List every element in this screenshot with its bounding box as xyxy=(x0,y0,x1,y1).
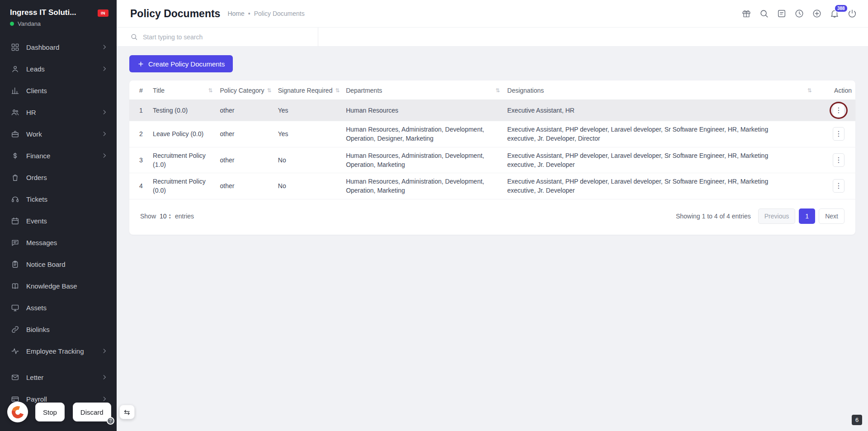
breadcrumb-home[interactable]: Home xyxy=(227,10,244,17)
search-icon xyxy=(130,33,138,41)
assets-icon xyxy=(11,303,19,312)
sidebar-item-tickets[interactable]: Tickets xyxy=(0,188,117,210)
cell-category: other xyxy=(216,100,274,121)
sidebar-item-finance[interactable]: Finance xyxy=(0,145,117,166)
chevron-right-icon xyxy=(101,131,108,137)
cell-title: Recruitment Policy (0.0) xyxy=(149,173,216,199)
cell-signature: No xyxy=(274,147,342,173)
row-actions-button[interactable]: ⋮ xyxy=(833,153,844,167)
table-row: 1Testing (0.0)otherYesHuman ResourcesExe… xyxy=(129,100,855,121)
sidebar-item-clients[interactable]: Clients xyxy=(0,80,117,101)
row-actions-button[interactable]: ⋮ xyxy=(833,179,844,193)
cell-designations: Executive Assistant, HR xyxy=(504,100,816,121)
cell-departments: Human Resources, Administration, Develop… xyxy=(342,121,504,147)
page-1-button[interactable]: 1 xyxy=(799,208,815,224)
power-icon[interactable] xyxy=(847,9,857,19)
topbar: Policy Documents Home • Policy Documents… xyxy=(117,0,868,28)
sort-icon[interactable]: ⇅ xyxy=(495,87,500,94)
entries-label: entries xyxy=(175,213,194,220)
column-header-signature-required[interactable]: Signature Required⇅ xyxy=(274,81,342,100)
sort-icon[interactable]: ⇅ xyxy=(807,87,812,94)
breadcrumb: Home • Policy Documents xyxy=(227,10,304,17)
row-actions-button[interactable]: ⋮ xyxy=(833,127,844,141)
sidebar-item-dashboard[interactable]: Dashboard xyxy=(0,36,117,58)
cell-designations: Executive Assistant, PHP developer, Lara… xyxy=(504,173,816,199)
sidebar-item-orders[interactable]: Orders xyxy=(0,166,117,188)
sidebar-item-messages[interactable]: Messages xyxy=(0,232,117,253)
cell-num: 2 xyxy=(129,121,149,147)
global-search-input[interactable] xyxy=(143,33,278,41)
table-footer: Show 10 ▲▼ entries Showing 1 to 4 of 4 e… xyxy=(129,199,855,235)
sort-icon[interactable]: ⇅ xyxy=(335,87,340,94)
main-content: Create Policy Documents #Title⇅Policy Ca… xyxy=(117,47,868,243)
notes-icon[interactable] xyxy=(777,9,787,19)
cell-signature: Yes xyxy=(274,121,342,147)
sidebar-item-letter[interactable]: Letter xyxy=(0,366,117,388)
page-size-select[interactable]: 10 ▲▼ xyxy=(160,213,171,220)
sidebar-item-knowledge-base[interactable]: Knowledge Base xyxy=(0,275,117,297)
create-policy-documents-button[interactable]: Create Policy Documents xyxy=(129,55,233,72)
cell-category: other xyxy=(216,121,274,147)
company-logo-badge: IN xyxy=(98,9,108,17)
table-row: 3Recruitment Policy (1.0)otherNoHuman Re… xyxy=(129,147,855,173)
leads-icon xyxy=(11,65,19,73)
row-actions-button[interactable]: ⋮ xyxy=(833,104,844,117)
chevron-right-icon xyxy=(101,374,108,380)
showing-entries-text: Showing 1 to 4 of 4 entries xyxy=(676,213,751,220)
column-header-action: Action xyxy=(816,81,855,100)
column-header-departments[interactable]: Departments⇅ xyxy=(342,81,504,100)
sidebar-item-events[interactable]: Events xyxy=(0,210,117,232)
policy-documents-table: #Title⇅Policy Category⇅Signature Require… xyxy=(129,81,855,199)
chevron-right-icon xyxy=(101,348,108,354)
swap-button[interactable]: ⇆ xyxy=(119,405,135,419)
cell-title: Testing (0.0) xyxy=(149,100,216,121)
hr-icon xyxy=(11,108,19,117)
select-arrows-icon: ▲▼ xyxy=(169,213,171,219)
cell-signature: No xyxy=(274,173,342,199)
topbar-icons: 388 xyxy=(741,9,857,19)
sidebar-item-employee-tracking[interactable]: Employee Tracking xyxy=(0,340,117,362)
corner-count-badge[interactable]: 6 xyxy=(852,415,862,425)
messages-icon xyxy=(11,238,19,247)
notifications-bell-icon[interactable]: 388 xyxy=(830,9,840,19)
recorder-logo-icon xyxy=(9,404,26,420)
sidebar-item-notice-board[interactable]: Notice Board xyxy=(0,253,117,275)
sidebar-item-assets[interactable]: Assets xyxy=(0,297,117,318)
next-page-button[interactable]: Next xyxy=(819,208,844,224)
sort-icon[interactable]: ⇅ xyxy=(267,87,272,94)
sidebar-item-leads[interactable]: Leads xyxy=(0,58,117,80)
cell-num: 1 xyxy=(129,100,149,121)
breadcrumb-separator: • xyxy=(248,10,250,17)
cell-departments: Human Resources xyxy=(342,100,504,121)
stop-button[interactable]: Stop xyxy=(35,403,65,422)
swap-arrows-icon: ⇆ xyxy=(124,408,130,417)
recorder-logo-button[interactable] xyxy=(7,402,28,422)
orders-icon xyxy=(11,173,19,182)
sort-icon[interactable]: ⇅ xyxy=(208,87,212,94)
quick-add-icon[interactable] xyxy=(812,9,822,19)
column-header-title[interactable]: Title⇅ xyxy=(149,81,216,100)
history-icon[interactable] xyxy=(794,9,804,19)
search-icon[interactable] xyxy=(759,9,769,19)
work-icon xyxy=(11,130,19,138)
cell-num: 3 xyxy=(129,147,149,173)
events-icon xyxy=(11,217,19,225)
previous-page-button[interactable]: Previous xyxy=(758,208,795,224)
column-header-designations[interactable]: Designations⇅ xyxy=(504,81,816,100)
sidebar-item-biolinks[interactable]: Biolinks xyxy=(0,318,117,340)
knowledge-base-icon xyxy=(11,282,19,290)
gift-icon[interactable] xyxy=(741,9,751,19)
sidebar-item-work[interactable]: Work xyxy=(0,123,117,145)
search-strip xyxy=(117,28,868,47)
page-title: Policy Documents xyxy=(130,8,220,20)
chevron-right-icon xyxy=(101,152,108,159)
user-name: Vandana xyxy=(18,20,41,27)
sidebar-header: Ingress IT Soluti... IN Vandana xyxy=(0,0,117,33)
cell-title: Leave Policy (0.0) xyxy=(149,121,216,147)
column-header-policy-category[interactable]: Policy Category⇅ xyxy=(216,81,274,100)
chevron-right-icon xyxy=(101,44,108,50)
notification-count-badge: 388 xyxy=(834,4,848,13)
cell-designations: Executive Assistant, PHP developer, Lara… xyxy=(504,147,816,173)
discard-button[interactable]: Discard ? xyxy=(73,403,111,422)
sidebar-item-hr[interactable]: HR xyxy=(0,101,117,123)
